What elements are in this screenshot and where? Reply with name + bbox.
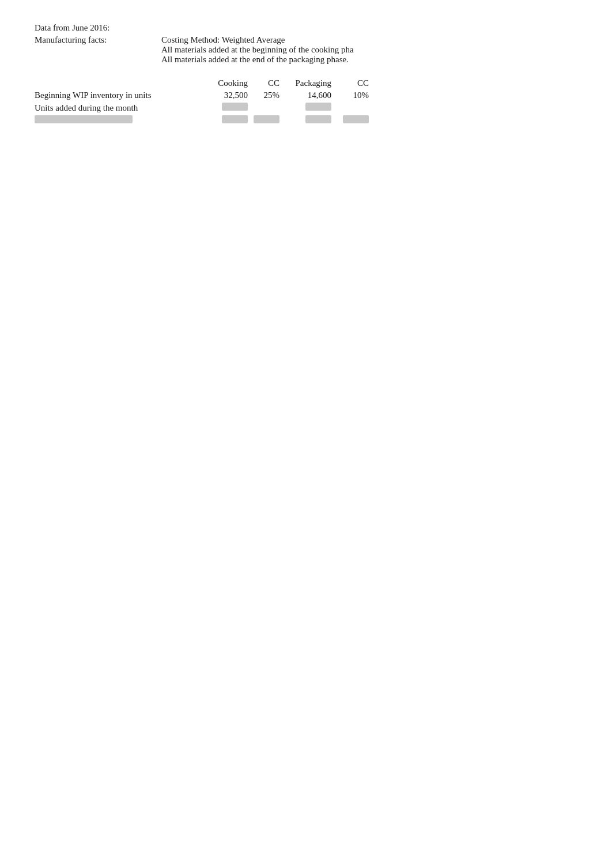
redacted-block: [305, 103, 331, 111]
redacted-row: [35, 115, 577, 126]
table-header-row: Cooking CC Packaging CC: [35, 78, 577, 88]
redacted-row-label: [35, 115, 207, 126]
manufacturing-row: Manufacturing facts: Costing Method: Wei…: [35, 35, 577, 65]
redacted-block: [222, 103, 248, 111]
redacted-cc2: [337, 115, 369, 126]
units-added-label: Units added during the month: [35, 103, 207, 113]
manufacturing-label-text: Manufacturing facts:: [35, 35, 107, 44]
materials-packaging-text: All materials added at the end of the pa…: [161, 55, 577, 65]
redacted-block: [343, 115, 369, 123]
units-added-packaging-redacted: [285, 103, 337, 113]
manufacturing-label: Manufacturing facts:: [35, 35, 161, 65]
col-header-cc: CC: [254, 78, 285, 88]
header-section: Data from June 2016: Manufacturing facts…: [35, 23, 577, 65]
materials-cooking-text: All materials added at the beginning of …: [161, 45, 577, 55]
beginning-wip-packaging: 14,600: [285, 90, 337, 100]
manufacturing-content: Costing Method: Weighted Average All mat…: [161, 35, 577, 65]
units-added-cooking-redacted: [207, 103, 254, 113]
redacted-block: [222, 115, 248, 123]
beginning-wip-cc2: 10%: [337, 90, 369, 100]
redacted-cooking: [207, 115, 254, 126]
redacted-block: [305, 115, 331, 123]
col-header-packaging: Packaging: [285, 78, 337, 88]
col-header-cooking: Cooking: [207, 78, 254, 88]
redacted-cc: [254, 115, 285, 126]
data-from-row: Data from June 2016:: [35, 23, 577, 33]
redacted-block: [254, 115, 279, 123]
table-section: Cooking CC Packaging CC Beginning WIP in…: [35, 78, 577, 126]
data-from-label: Data from June 2016:: [35, 23, 161, 33]
redacted-block: [35, 115, 133, 123]
beginning-wip-cc: 25%: [254, 90, 285, 100]
col-header-cc2: CC: [337, 78, 369, 88]
redacted-packaging: [285, 115, 337, 126]
units-added-row: Units added during the month: [35, 103, 577, 113]
costing-method-text: Costing Method: Weighted Average: [161, 35, 577, 45]
beginning-wip-cooking: 32,500: [207, 90, 254, 100]
beginning-wip-row: Beginning WIP inventory in units 32,500 …: [35, 90, 577, 100]
beginning-wip-label: Beginning WIP inventory in units: [35, 90, 207, 100]
